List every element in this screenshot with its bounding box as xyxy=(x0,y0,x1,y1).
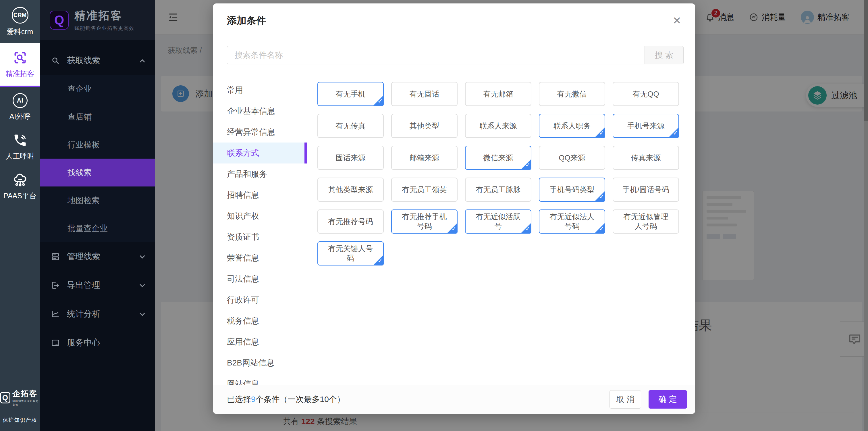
condition-chip[interactable]: 有无固话✓ xyxy=(391,82,458,106)
category-abnormal-operation[interactable]: 经营异常信息 xyxy=(213,122,307,143)
condition-chip[interactable]: 有无近似活跃号✓ xyxy=(465,210,531,234)
cancel-button[interactable]: 取 消 xyxy=(610,390,641,408)
modal-body: 常用 企业基本信息 经营异常信息 联系方式 产品和服务 招聘信息 知识产权 资质… xyxy=(213,73,695,385)
check-icon: ✓ xyxy=(668,127,679,138)
modal-search-row: 搜 索 xyxy=(213,38,695,64)
check-icon: ✓ xyxy=(594,191,605,202)
condition-chip[interactable]: 有无关键人号码✓ xyxy=(317,241,384,266)
condition-chip[interactable]: 有无QQ✓ xyxy=(613,82,679,106)
chevron-up-icon xyxy=(140,59,145,64)
sidebar-item-batch-search-company[interactable]: 批量查企业 xyxy=(40,214,155,242)
category-tax-info[interactable]: 税务信息 xyxy=(213,310,307,331)
condition-chip[interactable]: QQ来源✓ xyxy=(539,146,605,170)
sidebar-item-search-shop[interactable]: 查店铺 xyxy=(40,103,155,131)
category-app-info[interactable]: 应用信息 xyxy=(213,331,307,352)
app-sidebar: Q 精准拓客 赋能销售企业拓客更高效 获取线索 查企业 查店铺 行业模板 找线索… xyxy=(40,0,155,431)
sidebar-group-statistics[interactable]: 统计分析 xyxy=(40,300,155,329)
sidebar-item-map-search[interactable]: 地图检索 xyxy=(40,186,155,214)
condition-chip[interactable]: 手机/固话号码✓ xyxy=(613,178,679,202)
category-b2b-website-info[interactable]: B2B网站信息 xyxy=(213,352,307,373)
condition-chip[interactable]: 固话来源✓ xyxy=(317,146,384,170)
category-intellectual-property[interactable]: 知识产权 xyxy=(213,206,307,226)
ai-call-icon: AI xyxy=(13,93,28,108)
selection-summary-suffix: 个条件（一次最多10个） xyxy=(256,395,345,404)
qituoke-logo-subtitle: 赋能销售企业拓客更高效 xyxy=(13,399,40,407)
rail-item-paas-platform[interactable]: PAAS平台 xyxy=(0,167,40,206)
condition-chip[interactable]: 手机号码类型✓ xyxy=(539,178,605,202)
sidebar-submenu: 查企业 查店铺 行业模板 找线索 地图检索 批量查企业 xyxy=(40,75,155,242)
ip-protection-note: 保护知识产权 xyxy=(3,417,37,424)
sidebar-group-service-center[interactable]: 服务中心 xyxy=(40,329,155,357)
condition-chip[interactable]: 有无推荐手机号码✓ xyxy=(391,210,458,234)
check-icon: ✓ xyxy=(373,95,384,106)
condition-chip[interactable]: 联系人来源✓ xyxy=(465,114,531,138)
sidebar-item-find-leads[interactable]: 找线索 xyxy=(40,159,155,186)
condition-chip[interactable]: 有无近似法人号码✓ xyxy=(539,210,605,234)
condition-chip[interactable]: 有无手机✓ xyxy=(317,82,384,106)
category-common[interactable]: 常用 xyxy=(213,80,307,100)
check-icon: ✓ xyxy=(521,159,531,170)
active-indicator xyxy=(305,143,307,163)
sidebar-group-label: 导出管理 xyxy=(67,280,100,291)
selection-summary: 已选择9个条件（一次最多10个） xyxy=(227,394,345,405)
rail-item-label: AI外呼 xyxy=(9,112,31,121)
modal-header: 添加条件 ✕ xyxy=(213,3,695,38)
chevron-down-icon xyxy=(140,253,145,258)
line-chart-icon xyxy=(51,309,60,319)
sidebar-group-manage-leads[interactable]: 管理线索 xyxy=(40,242,155,271)
sidebar-menu: 获取线索 查企业 查店铺 行业模板 找线索 地图检索 批量查企业 管理线索 导出… xyxy=(40,40,155,357)
rail-item-precision-prospecting[interactable]: 精准拓客 xyxy=(0,43,40,87)
confirm-button[interactable]: 确 定 xyxy=(649,390,687,408)
category-website-info[interactable]: 网站信息 xyxy=(213,373,307,385)
chevron-down-icon xyxy=(140,311,145,316)
category-judicial-info[interactable]: 司法信息 xyxy=(213,268,307,289)
condition-chip[interactable]: 有无传真✓ xyxy=(317,114,384,138)
category-recruitment-info[interactable]: 招聘信息 xyxy=(213,184,307,206)
rail-item-label: 人工呼叫 xyxy=(6,151,34,161)
condition-chip[interactable]: 有无推荐号码✓ xyxy=(317,210,384,234)
condition-chip[interactable]: 其他类型来源✓ xyxy=(317,178,384,202)
sidebar-item-search-company[interactable]: 查企业 xyxy=(40,75,155,103)
condition-chip[interactable]: 传真来源✓ xyxy=(613,146,679,170)
rail-item-label: PAAS平台 xyxy=(3,191,36,201)
rail-item-ai-outbound[interactable]: AI AI外呼 xyxy=(0,87,40,127)
condition-grid: 有无手机✓ 有无固话✓ 有无邮箱✓ 有无微信✓ 有无QQ✓ 有无传真✓ 其他类型… xyxy=(307,73,695,385)
condition-chip[interactable]: 手机号来源✓ xyxy=(613,114,679,138)
condition-chip[interactable]: 有无员工脉脉✓ xyxy=(465,178,531,202)
condition-chip[interactable]: 有无微信✓ xyxy=(539,82,605,106)
sidebar-group-label: 管理线索 xyxy=(67,251,100,262)
chevron-down-icon xyxy=(140,282,145,287)
sidebar-item-industry-template[interactable]: 行业模板 xyxy=(40,131,155,159)
condition-chip[interactable]: 联系人职务✓ xyxy=(539,114,605,138)
condition-search-input[interactable] xyxy=(227,46,645,64)
app-root: CRM 爱科crm 精准拓客 AI AI外呼 人工呼叫 PAAS平台 Q 企拓客… xyxy=(0,0,868,431)
category-contact-info[interactable]: 联系方式 xyxy=(213,143,307,163)
add-condition-modal: 添加条件 ✕ 搜 索 常用 企业基本信息 经营异常信息 联系方式 产品和服务 招… xyxy=(213,3,695,414)
category-products-services[interactable]: 产品和服务 xyxy=(213,163,307,184)
crm-app-switch[interactable]: CRM 爱科crm xyxy=(0,0,40,43)
category-administrative-license[interactable]: 行政许可 xyxy=(213,289,307,310)
category-honor-info[interactable]: 荣誉信息 xyxy=(213,247,307,268)
rail-item-label: 精准拓客 xyxy=(6,69,34,79)
category-qualification-certificates[interactable]: 资质证书 xyxy=(213,226,307,247)
rail-item-manual-call[interactable]: 人工呼叫 xyxy=(0,127,40,167)
sidebar-group-label: 服务中心 xyxy=(67,337,100,348)
sidebar-group-export-management[interactable]: 导出管理 xyxy=(40,271,155,300)
sidebar-group-acquire-leads[interactable]: 获取线索 xyxy=(40,46,155,75)
brand-logo-icon: Q xyxy=(50,11,69,30)
category-company-basic-info[interactable]: 企业基本信息 xyxy=(213,100,307,122)
condition-chip[interactable]: 其他类型✓ xyxy=(391,114,458,138)
card-icon xyxy=(51,338,60,347)
phone-icon xyxy=(13,133,28,148)
search-button[interactable]: 搜 索 xyxy=(645,46,684,64)
condition-chip[interactable]: 有无近似管理人号码✓ xyxy=(613,210,679,234)
brand-header: Q 精准拓客 赋能销售企业拓客更高效 xyxy=(40,0,155,40)
brand-title: 精准拓客 xyxy=(74,8,134,23)
condition-chip[interactable]: 微信来源✓ xyxy=(465,146,531,170)
rail-footer: Q 企拓客 赋能销售企业拓客更高效 保护知识产权 xyxy=(0,389,40,424)
condition-chip[interactable]: 有无员工领英✓ xyxy=(391,178,458,202)
condition-chip[interactable]: 有无邮箱✓ xyxy=(465,82,531,106)
server-list-icon xyxy=(51,252,60,261)
close-icon[interactable]: ✕ xyxy=(673,16,681,26)
condition-chip[interactable]: 邮箱来源✓ xyxy=(391,146,458,170)
